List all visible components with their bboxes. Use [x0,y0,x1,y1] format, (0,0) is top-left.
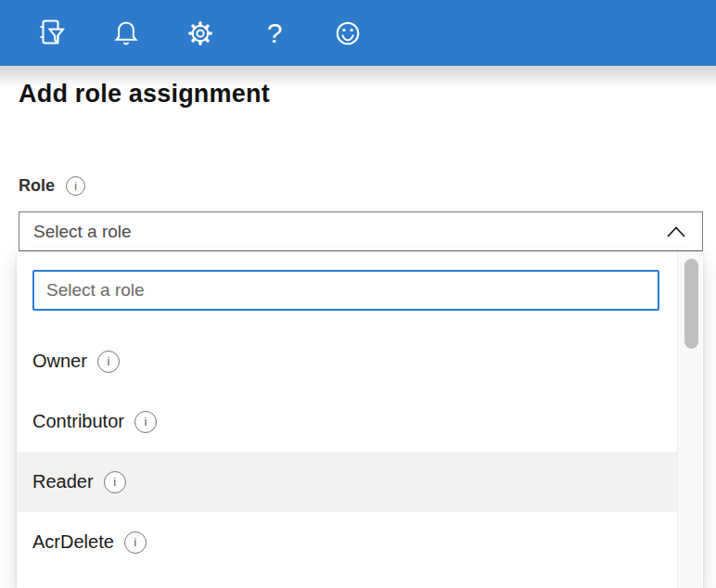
role-option[interactable]: Owner i [17,331,677,391]
help-button[interactable]: ? [257,16,292,51]
role-field-label: Role [19,176,55,196]
role-search-input[interactable] [32,270,659,311]
info-icon[interactable]: i [124,531,147,554]
feedback-button[interactable] [330,16,365,51]
settings-button[interactable] [183,16,218,51]
smiley-icon [331,17,364,50]
role-field-label-row: Role i [19,176,85,196]
dropdown-scrollbar-track[interactable] [677,251,702,588]
gear-icon [184,17,217,50]
role-dropdown-panel: Owner i Contributor i Reader i AcrDelete… [17,251,703,588]
role-option[interactable]: Reader i [17,452,677,512]
portal-top-bar: ? [0,0,716,66]
role-option-label: Owner [32,351,87,372]
info-icon[interactable]: i [104,471,126,493]
dropdown-scrollbar-thumb[interactable] [684,259,698,349]
role-option[interactable]: Contributor i [17,391,677,452]
question-mark-icon: ? [267,19,283,47]
page-title: Add role assignment [19,80,270,109]
role-option[interactable]: AcrDelete i [17,512,677,572]
role-select-dropdown[interactable]: Select a role [19,211,703,251]
chevron-up-icon [666,225,686,238]
role-option-label: Reader [32,471,94,492]
role-options-list: Owner i Contributor i Reader i AcrDelete… [17,331,677,572]
directory-filter-icon [35,17,69,50]
notifications-button[interactable] [109,16,144,51]
add-role-assignment-screen: ? Add role assignment Role i Select a ro… [0,0,716,588]
role-option-label: AcrDelete [32,531,114,553]
role-select-value: Select a role [33,222,666,242]
info-icon[interactable]: i [66,176,85,196]
bell-icon [109,17,143,50]
info-icon[interactable]: i [134,411,157,433]
role-option-label: Contributor [32,411,124,432]
info-icon[interactable]: i [97,351,120,373]
directory-filter-button[interactable] [34,16,70,51]
